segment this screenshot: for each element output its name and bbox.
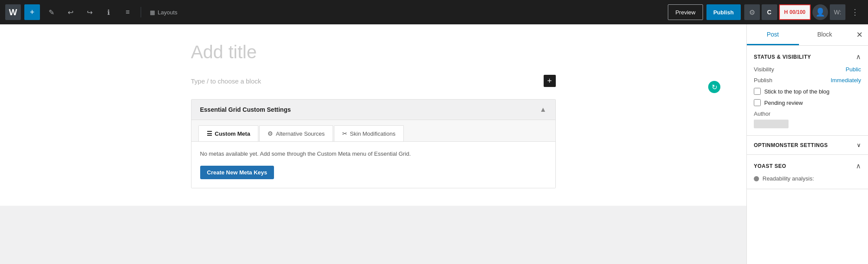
- sidebar-header: Post Block ✕: [747, 24, 868, 46]
- publish-value[interactable]: Immediately: [831, 77, 861, 84]
- wp-logo-icon[interactable]: W: [5, 4, 21, 20]
- block-placeholder-text: Type / to choose a block: [191, 77, 261, 85]
- optinmonster-title: OptinMonster Settings: [754, 142, 828, 148]
- yoast-seo-section: Yoast SEO ∧ Readability analysis:: [747, 155, 868, 189]
- add-block-button[interactable]: +: [24, 4, 40, 20]
- optinmonster-expand-icon: ∨: [857, 142, 861, 148]
- status-visibility-header: Status & visibility ∧: [754, 53, 861, 61]
- author-section: Author: [754, 110, 861, 128]
- status-visibility-title: Status & visibility: [754, 54, 811, 60]
- skin-modifications-icon: ✂: [342, 130, 347, 137]
- stick-to-top-row: Stick to the top of the blog: [754, 88, 861, 95]
- user-avatar-button[interactable]: 👤: [812, 4, 828, 20]
- pending-review-checkbox[interactable]: [754, 99, 761, 106]
- publish-label: Publish: [754, 77, 772, 84]
- sidebar-close-button[interactable]: ✕: [851, 24, 868, 45]
- visibility-value[interactable]: Public: [846, 66, 861, 73]
- publish-button[interactable]: Publish: [706, 4, 741, 20]
- readability-row: Readability analysis:: [754, 175, 861, 182]
- status-visibility-section: Status & visibility ∧ Visibility Public …: [747, 46, 868, 136]
- settings-gear-button[interactable]: ⚙: [744, 4, 760, 20]
- readability-status-dot: [754, 176, 759, 181]
- author-avatar: [754, 120, 789, 128]
- yoast-score-value: 00/100: [789, 9, 805, 15]
- w-menu-button[interactable]: W:: [830, 4, 845, 20]
- sidebar-tab-post[interactable]: Post: [747, 25, 799, 45]
- edit-button[interactable]: ✎: [43, 4, 59, 20]
- essential-grid-collapse-icon: ▲: [540, 106, 547, 114]
- yoast-score-button[interactable]: H 00/100: [779, 4, 811, 20]
- visibility-row: Visibility Public: [754, 66, 861, 73]
- essential-grid-empty-message: No metas available yet. Add some through…: [200, 150, 547, 157]
- tab-skin-modifications[interactable]: ✂ Skin Modifications: [334, 125, 404, 141]
- toolbar-divider: [141, 7, 141, 17]
- editor-wrapper: Type / to choose a block + Essential Gri…: [0, 24, 746, 264]
- yoast-seo-title: Yoast SEO: [754, 163, 786, 169]
- essential-grid-content: No metas available yet. Add some through…: [191, 141, 555, 188]
- redo-button[interactable]: ↪: [82, 4, 97, 20]
- essential-grid-header[interactable]: Essential Grid Custom Settings ▲: [191, 100, 555, 120]
- layouts-grid-icon: ▦: [150, 9, 155, 16]
- inline-add-block-button[interactable]: +: [544, 75, 556, 87]
- toolbar-right-icons: ⚙ C H 00/100 👤 W: ⋮: [744, 4, 863, 20]
- author-label: Author: [754, 110, 861, 117]
- essential-grid-title: Essential Grid Custom Settings: [200, 106, 291, 113]
- undo-button[interactable]: ↩: [63, 4, 78, 20]
- tab-skin-modifications-label: Skin Modifications: [350, 130, 396, 137]
- editor-area[interactable]: Type / to choose a block + Essential Gri…: [0, 24, 746, 206]
- post-title-input[interactable]: [191, 42, 556, 63]
- more-options-button[interactable]: ⋮: [847, 4, 863, 20]
- tab-custom-meta-label: Custom Meta: [215, 130, 251, 137]
- layouts-button[interactable]: ▦ Layouts: [146, 7, 181, 18]
- essential-grid-section: Essential Grid Custom Settings ▲ ☰ Custo…: [191, 99, 556, 188]
- essential-grid-tabs: ☰ Custom Meta ⚙ Alternative Sources ✂ Sk…: [191, 120, 555, 141]
- info-button[interactable]: ℹ: [101, 4, 116, 20]
- publish-row: Publish Immediately: [754, 77, 861, 84]
- yoast-seo-header: Yoast SEO ∧: [754, 162, 861, 170]
- readability-label: Readability analysis:: [762, 175, 814, 182]
- refresh-icon[interactable]: ↻: [708, 81, 720, 93]
- stick-to-top-label: Stick to the top of the blog: [764, 88, 829, 95]
- pending-review-label: Pending review: [764, 100, 803, 106]
- tab-alternative-sources[interactable]: ⚙ Alternative Sources: [259, 125, 333, 141]
- main-toolbar: W + ✎ ↩ ↪ ℹ ≡ ▦ Layouts Preview Publish …: [0, 0, 868, 24]
- list-view-button[interactable]: ≡: [120, 4, 135, 20]
- main-layout: Type / to choose a block + Essential Gri…: [0, 0, 868, 264]
- alternative-sources-icon: ⚙: [267, 130, 273, 137]
- c-button[interactable]: C: [762, 4, 777, 20]
- preview-button[interactable]: Preview: [668, 4, 703, 20]
- visibility-label: Visibility: [754, 66, 774, 73]
- tab-custom-meta[interactable]: ☰ Custom Meta: [198, 125, 259, 141]
- sidebar-tab-block[interactable]: Block: [799, 25, 851, 45]
- right-sidebar: Post Block ✕ Status & visibility ∧ Visib…: [746, 24, 868, 264]
- create-meta-keys-button[interactable]: Create New Meta Keys: [200, 166, 274, 179]
- block-placeholder[interactable]: Type / to choose a block +: [191, 71, 556, 90]
- stick-to-top-checkbox[interactable]: [754, 88, 761, 95]
- pending-review-row: Pending review: [754, 99, 861, 106]
- yoast-h-label: H: [784, 9, 788, 15]
- yoast-seo-collapse-button[interactable]: ∧: [856, 162, 861, 170]
- editor-inner: Type / to choose a block + Essential Gri…: [191, 42, 556, 188]
- custom-meta-icon: ☰: [207, 130, 212, 137]
- status-visibility-collapse-button[interactable]: ∧: [856, 53, 861, 61]
- tab-alternative-sources-label: Alternative Sources: [276, 130, 325, 137]
- optinmonster-section[interactable]: OptinMonster Settings ∨: [747, 136, 868, 155]
- layouts-label: Layouts: [158, 9, 178, 16]
